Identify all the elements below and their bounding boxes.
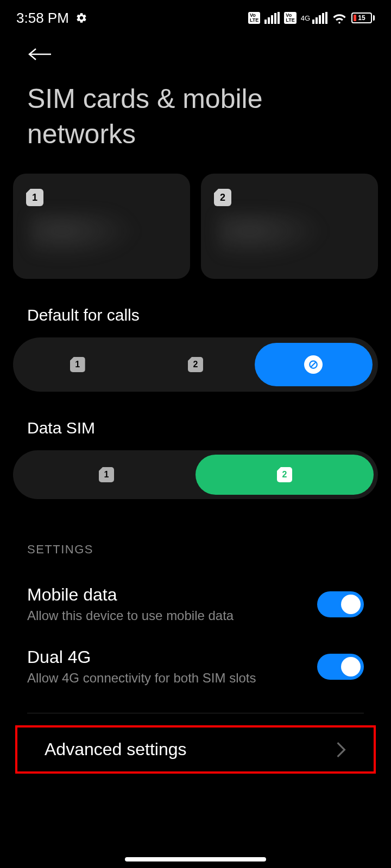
wifi-icon: [332, 12, 347, 24]
mobile-data-toggle[interactable]: [317, 591, 364, 617]
advanced-settings-title: Advanced settings: [45, 739, 187, 760]
default-calls-sim2[interactable]: 2: [136, 343, 254, 386]
volte-badge-2: VoLTE: [284, 12, 296, 24]
data-sim-label: Data SIM: [0, 392, 391, 450]
default-calls-none[interactable]: [255, 343, 373, 386]
dual-4g-subtitle: Allow 4G connectivity for both SIM slots: [27, 671, 317, 686]
data-sim-1-icon: 1: [99, 467, 114, 482]
status-right: VoLTE VoLTE 4G 15: [248, 12, 375, 24]
signal-bars-2: [312, 12, 327, 24]
mobile-data-subtitle: Allow this device to use mobile data: [27, 608, 317, 623]
data-sim-selector: 1 2: [13, 450, 378, 499]
chevron-right-icon: [336, 741, 346, 758]
mobile-data-row[interactable]: Mobile data Allow this device to use mob…: [0, 573, 391, 635]
battery-level: 15: [358, 14, 365, 22]
sim-card-2[interactable]: 2: [201, 174, 378, 279]
sim-2-small-icon: 2: [188, 357, 203, 372]
signal-bars-1: [264, 12, 280, 24]
status-left: 3:58 PM: [16, 10, 87, 27]
dual-4g-toggle[interactable]: [317, 654, 364, 680]
data-sim-2[interactable]: 2: [195, 455, 374, 495]
svg-line-2: [311, 362, 316, 367]
page-title: SIM cards & mobile networks: [0, 76, 391, 174]
volte-badge-1: VoLTE: [248, 12, 260, 24]
advanced-settings-row[interactable]: Advanced settings: [15, 725, 376, 774]
status-time: 3:58 PM: [16, 10, 69, 27]
no-default-icon: [304, 355, 323, 374]
dual-4g-row[interactable]: Dual 4G Allow 4G connectivity for both S…: [0, 635, 391, 698]
sim-1-icon: 1: [26, 189, 43, 206]
sim-cards-row: 1 2: [0, 174, 391, 279]
status-bar: 3:58 PM VoLTE VoLTE 4G 15: [0, 0, 391, 33]
default-calls-label: Default for calls: [0, 279, 391, 337]
back-button[interactable]: [0, 33, 391, 76]
data-sim-1[interactable]: 1: [17, 455, 195, 495]
network-type: 4G: [301, 14, 310, 22]
sim-2-icon: 2: [214, 189, 231, 206]
default-calls-selector: 1 2: [13, 337, 378, 392]
arrow-left-icon: [27, 46, 53, 63]
sim-1-small-icon: 1: [70, 357, 85, 372]
home-indicator[interactable]: [125, 857, 266, 861]
sim-card-1[interactable]: 1: [13, 174, 190, 279]
settings-header: SETTINGS: [0, 499, 391, 573]
data-sim-2-icon: 2: [277, 467, 292, 482]
default-calls-sim1[interactable]: 1: [18, 343, 136, 386]
dual-4g-title: Dual 4G: [27, 647, 317, 667]
mobile-data-title: Mobile data: [27, 585, 317, 605]
gear-icon: [75, 12, 87, 24]
battery-icon: 15: [351, 12, 375, 23]
divider: [27, 713, 364, 713]
